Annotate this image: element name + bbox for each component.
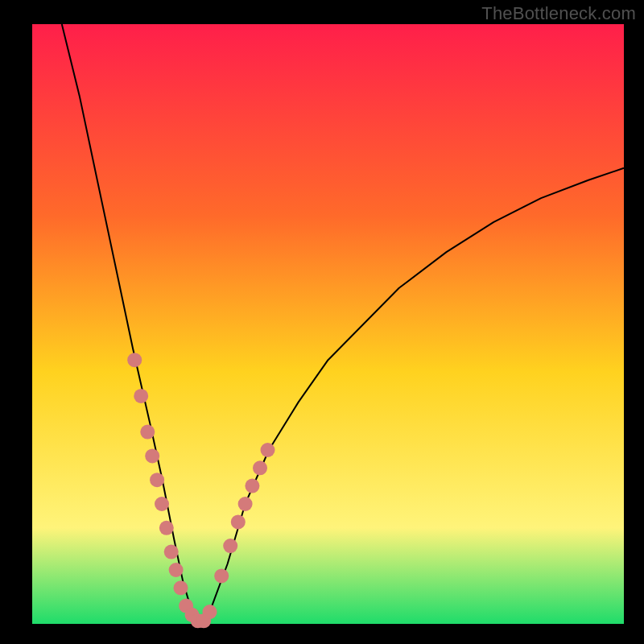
highlight-dot xyxy=(223,539,237,553)
highlight-dot xyxy=(231,514,246,529)
highlight-dot xyxy=(169,563,184,577)
highlight-dot xyxy=(214,568,229,583)
highlight-dot xyxy=(134,389,148,403)
highlight-dot xyxy=(174,580,188,595)
highlight-dot xyxy=(261,443,275,457)
highlight-dot xyxy=(164,545,179,559)
highlight-dot xyxy=(245,479,259,493)
plot-svg xyxy=(0,0,644,644)
highlight-dot xyxy=(150,473,164,487)
highlight-dot xyxy=(155,497,169,511)
highlight-dot xyxy=(127,353,142,367)
highlight-dot xyxy=(140,425,155,440)
highlight-dot xyxy=(238,497,253,511)
highlight-dot xyxy=(159,521,174,535)
plot-background xyxy=(32,24,624,624)
highlight-dot xyxy=(253,460,267,475)
highlight-dot xyxy=(203,605,217,619)
chart-container: { "watermark": "TheBottleneck.com", "col… xyxy=(0,0,644,644)
watermark-text: TheBottleneck.com xyxy=(481,3,636,24)
highlight-dot xyxy=(145,448,159,463)
